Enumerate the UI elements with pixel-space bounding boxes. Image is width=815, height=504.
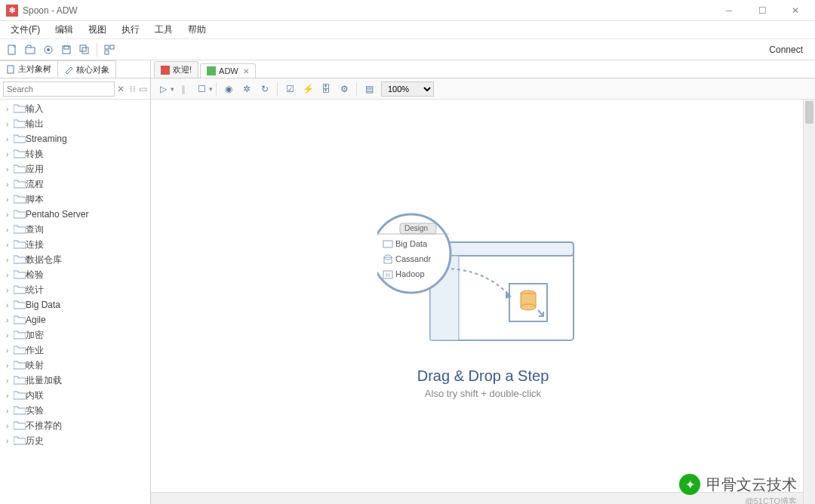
folder-icon <box>14 391 26 400</box>
clear-icon[interactable]: ✕ <box>116 82 125 96</box>
window-title: Spoon - ADW <box>23 5 715 16</box>
minimize-button[interactable]: ─ <box>715 3 743 18</box>
tree-item-label: 批量加载 <box>26 374 62 387</box>
menu-view[interactable]: 视图 <box>81 22 114 38</box>
tree-item[interactable]: › 历史 <box>0 433 150 448</box>
canvas-toolbar: ▷ ▾ ‖ ☐ ▾ ◉ ✲ ↻ ☑ ⚡ 🗄 ⚙ ▤ 100% <box>151 78 815 100</box>
svg-point-18 <box>521 304 536 310</box>
chevron-right-icon: › <box>6 165 14 174</box>
folder-icon <box>14 270 26 279</box>
chevron-right-icon: › <box>6 286 14 294</box>
impact-icon[interactable]: ⚡ <box>300 81 315 97</box>
verify-icon[interactable]: ☑ <box>282 81 297 97</box>
tree-item[interactable]: › 检验 <box>0 267 150 282</box>
tree-item[interactable]: › 加密 <box>0 327 150 343</box>
tree-item-label: Big Data <box>26 300 60 310</box>
tree-item[interactable]: › 脚本 <box>0 192 150 207</box>
chevron-right-icon: › <box>6 437 14 445</box>
tree-item-label: 输入 <box>26 103 44 115</box>
watermark-sub: @51CTO博客 <box>746 496 797 504</box>
menu-tools[interactable]: 工具 <box>147 22 180 38</box>
debug-icon[interactable]: ✲ <box>239 81 254 97</box>
chevron-right-icon: › <box>6 361 14 370</box>
zoom-select[interactable]: 100% <box>381 81 434 97</box>
search-input[interactable] <box>3 81 115 97</box>
menu-run[interactable]: 执行 <box>114 22 147 38</box>
menu-edit[interactable]: 编辑 <box>48 22 81 38</box>
editor-tab-welcome[interactable]: 欢迎! <box>154 61 198 78</box>
tree-item[interactable]: › 转换 <box>0 146 150 161</box>
canvas[interactable]: Design Big Data Cassandr H Hadoop Drag &… <box>151 100 815 504</box>
folder-icon <box>14 119 26 128</box>
tree-item-label: 统计 <box>26 284 44 297</box>
svg-rect-8 <box>105 45 109 49</box>
tree-item-label: Agile <box>26 315 46 325</box>
connect-button[interactable]: Connect <box>760 43 812 57</box>
stop-icon[interactable]: ☐ <box>194 81 209 97</box>
open-icon[interactable] <box>23 42 38 57</box>
tree-item-label: 历史 <box>26 435 44 447</box>
transform-tab-icon <box>207 66 216 75</box>
expand-icon[interactable]: ⁝⁝ <box>128 82 137 96</box>
pencil-icon <box>64 65 73 74</box>
separator <box>216 82 217 96</box>
chevron-right-icon: › <box>6 331 14 340</box>
close-button[interactable]: ✕ <box>782 3 809 18</box>
watermark: ✦ 甲骨文云技术 @51CTO博客 <box>679 474 797 495</box>
menu-help[interactable]: 帮助 <box>180 22 214 38</box>
tree-item[interactable]: › 不推荐的 <box>0 418 150 433</box>
tree-item[interactable]: › 批量加载 <box>0 373 150 388</box>
run-icon[interactable]: ▷ <box>155 81 171 97</box>
tree-item[interactable]: › Big Data <box>0 297 150 312</box>
tree-item[interactable]: › Streaming <box>0 131 150 146</box>
chevron-right-icon: › <box>6 301 14 309</box>
tree-item[interactable]: › 输出 <box>0 116 150 131</box>
collapse-icon[interactable]: ▭ <box>138 82 147 96</box>
tree-item[interactable]: › 内联 <box>0 388 150 403</box>
scroll-thumb[interactable] <box>805 101 813 124</box>
sql-icon[interactable]: 🗄 <box>318 81 334 97</box>
scrollbar-vertical[interactable] <box>803 100 815 504</box>
tree-item-label: 实验 <box>26 404 44 417</box>
chevron-right-icon: › <box>6 195 14 204</box>
folder-icon <box>14 180 26 189</box>
tab-close-icon[interactable]: ✕ <box>243 67 249 75</box>
tree-item[interactable]: › Agile <box>0 312 150 327</box>
tree-item-label: 不推荐的 <box>26 419 62 432</box>
editor-tab-label: ADW <box>219 66 238 75</box>
tree-item[interactable]: › 作业 <box>0 343 150 358</box>
tree-item[interactable]: › 统计 <box>0 282 150 297</box>
sidebar-tab-main-tree[interactable]: 主对象树 <box>0 60 58 78</box>
folder-icon <box>14 376 26 385</box>
tree-item-label: 脚本 <box>26 193 44 206</box>
svg-text:Hadoop: Hadoop <box>395 269 425 278</box>
preview-icon[interactable]: ◉ <box>221 81 236 97</box>
tree-item-label: 查询 <box>26 223 44 236</box>
sidebar-tab-core-objects[interactable]: 核心对象 <box>58 60 116 78</box>
save-icon[interactable] <box>59 42 74 57</box>
chevron-right-icon: › <box>6 346 14 355</box>
tree-item[interactable]: › 实验 <box>0 403 150 418</box>
replay-icon[interactable]: ↻ <box>257 81 272 97</box>
tree-item[interactable]: › 查询 <box>0 222 150 237</box>
save-as-icon[interactable] <box>77 42 92 57</box>
menubar: 文件(F) 编辑 视图 执行 工具 帮助 <box>0 21 815 39</box>
maximize-button[interactable]: ☐ <box>749 3 776 18</box>
tree-item[interactable]: › 流程 <box>0 177 150 192</box>
tree-item[interactable]: › 数据仓库 <box>0 252 150 267</box>
pause-icon[interactable]: ‖ <box>176 81 191 97</box>
tree-item[interactable]: › 连接 <box>0 237 150 252</box>
menu-file[interactable]: 文件(F) <box>3 22 48 38</box>
explore-icon[interactable] <box>41 42 56 57</box>
perspective-icon[interactable] <box>102 42 117 57</box>
tree-item[interactable]: › 映射 <box>0 358 150 373</box>
tree-item[interactable]: › 应用 <box>0 161 150 177</box>
editor-tabs: 欢迎! ADW ✕ <box>151 60 815 78</box>
tree-item[interactable]: › Pentaho Server <box>0 207 150 222</box>
chevron-right-icon: › <box>6 392 14 400</box>
show-results-icon[interactable]: ▤ <box>361 81 377 97</box>
editor-tab-adw[interactable]: ADW ✕ <box>200 63 256 78</box>
tree-item[interactable]: › 输入 <box>0 101 150 116</box>
new-file-icon[interactable] <box>5 42 20 57</box>
explore-db-icon[interactable]: ⚙ <box>337 81 352 97</box>
